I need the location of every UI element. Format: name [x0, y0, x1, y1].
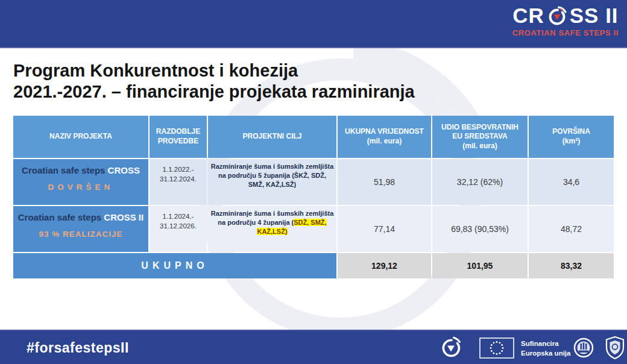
project-name: Croatian safe steps CROSS: [22, 165, 140, 175]
cross-circle-icon: [439, 336, 463, 360]
eu-funding-label: Sufinancira Europska unija: [521, 339, 570, 358]
total-area: 83,32: [529, 253, 614, 278]
project-area: 34,6: [529, 159, 614, 205]
slide: CR SS II CROATIAN SAFE STEPS II Program …: [0, 0, 627, 364]
project-name-code: CROSS II: [104, 212, 143, 222]
goal-text: Razminiranje šuma i šumskih zemljišta na…: [211, 163, 334, 188]
slide-title-line2: 2021.-2027. – financiranje projekata raz…: [13, 81, 415, 102]
project-eu-share: 69,83 (90,53%): [432, 206, 528, 252]
logo-text-prefix: CR: [512, 4, 544, 28]
project-total-value: 77,14: [338, 206, 431, 252]
mine-circle-icon: [546, 4, 569, 28]
project-status: 93 % REALIZACIJE: [39, 230, 122, 239]
project-name-code: CROSS: [108, 165, 140, 175]
project-area: 48,72: [529, 206, 614, 252]
col-header-eu-share: UDIO BESPOVRATNIH EU SREDSTAVA (mil. eur…: [432, 116, 528, 158]
project-goal: Razminiranje šuma i šumskih zemljišta na…: [208, 159, 336, 205]
project-goal: Razminiranje šuma i šumskih zemljišta na…: [208, 206, 336, 252]
civil-protection-shield-icon: [605, 336, 625, 360]
project-name: Croatian safe steps CROSS II: [18, 212, 143, 222]
col-header-period: RAZDOBLJE PROVEDBE: [150, 116, 207, 158]
col-header-area: POVRŠINA (km²): [529, 116, 614, 158]
project-name-prefix: Croatian safe steps: [18, 212, 104, 222]
slide-title-line1: Program Konkurentnost i kohezija: [13, 60, 415, 81]
logo-subtitle: CROATIAN SAFE STEPS II: [512, 28, 619, 37]
projects-table: NAZIV PROJEKTA RAZDOBLJE PROVEDBE PROJEK…: [13, 116, 614, 278]
hcr-emblem-icon: [572, 336, 596, 360]
project-eu-share: 32,12 (62%): [432, 159, 528, 205]
col-header-goal: PROJEKTNI CILJ: [208, 116, 336, 158]
project-period: 1.1.2024.- 31.12.2026.: [150, 206, 207, 252]
hashtag-label: #forsafestepsII: [27, 340, 129, 356]
footer-bar: #forsafestepsII Sufinancira Europska uni…: [0, 330, 627, 364]
table-row-cross2-name: Croatian safe steps CROSS II 93 % REALIZ…: [13, 206, 148, 252]
project-status: DOVRŠEN: [48, 183, 114, 192]
project-name-prefix: Croatian safe steps: [22, 165, 108, 175]
col-header-project-name: NAZIV PROJEKTA: [13, 116, 148, 158]
logo-text-suffix: SS II: [570, 4, 619, 28]
logo-wordmark: CR SS II: [512, 4, 618, 28]
project-total-value: 51,98: [338, 159, 431, 205]
col-header-total-value: UKUPNA VRIJEDNOST (mil. eura): [338, 116, 431, 158]
total-row-label: UKUPNO: [13, 253, 336, 278]
top-bar: CR SS II CROATIAN SAFE STEPS II: [0, 0, 627, 48]
cross-ii-logo: CR SS II CROATIAN SAFE STEPS II: [512, 4, 619, 37]
total-value: 129,12: [338, 253, 431, 278]
slide-title: Program Konkurentnost i kohezija 2021.-2…: [13, 60, 415, 102]
eu-flag-icon: [479, 337, 514, 359]
table-row-cross-name: Croatian safe steps CROSS DOVRŠEN: [13, 159, 148, 205]
total-eu-share: 101,95: [432, 253, 528, 278]
project-period: 1.1.2022.- 31.12.2024.: [150, 159, 207, 205]
